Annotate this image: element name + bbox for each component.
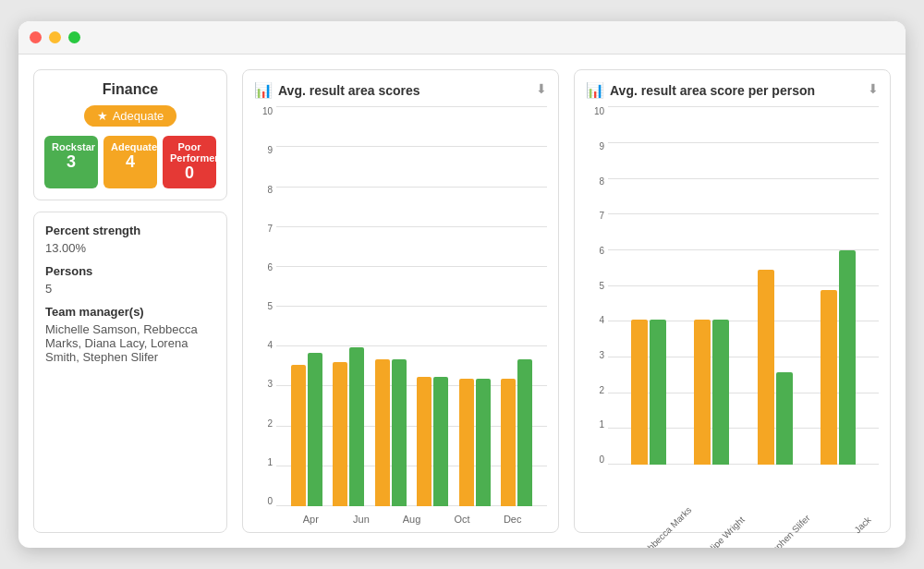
bar-group xyxy=(459,379,491,506)
chart2-area: 0 1 2 3 4 5 6 7 8 9 10 xyxy=(586,106,879,525)
bar-group xyxy=(758,270,793,465)
persons-label: Persons xyxy=(45,264,215,278)
chart2-inner: Rebbecca Marks Felipe Wright Stephen Sli… xyxy=(608,106,879,525)
content-area: Finance ★ Adequate Rockstar 3 Adequate 4 xyxy=(18,54,906,548)
close-dot[interactable] xyxy=(30,31,42,43)
adequate-label: Adequate xyxy=(111,141,150,152)
chart1-bars xyxy=(276,106,547,506)
titlebar xyxy=(18,21,906,54)
chart1-inner: Apr Jun Aug Oct Dec xyxy=(276,106,547,525)
bar-orange xyxy=(758,270,774,465)
bar-orange xyxy=(291,365,306,506)
stats-card: Percent strength 13.00% Persons 5 Team m… xyxy=(33,212,227,533)
bar-green xyxy=(712,320,729,465)
maximize-dot[interactable] xyxy=(68,31,80,43)
chart1-y-axis: 0 1 2 3 4 5 6 7 8 9 10 xyxy=(254,106,276,525)
bar-group xyxy=(501,359,532,506)
bar-group xyxy=(821,250,856,465)
chart2-panel: 📊 Avg. result area score per person ⬇ 0 … xyxy=(574,69,891,533)
chart2-title: 📊 Avg. result area score per person xyxy=(586,81,879,99)
bar-green xyxy=(776,372,793,465)
bar-green xyxy=(349,347,364,506)
rockstar-box: Rockstar 3 xyxy=(44,136,98,188)
bar-orange xyxy=(631,320,648,465)
bar-chart2-icon: 📊 xyxy=(586,81,604,99)
bar-chart-icon: 📊 xyxy=(254,81,273,99)
main-window: Finance ★ Adequate Rockstar 3 Adequate 4 xyxy=(18,21,906,548)
adequate-badge: ★ Adequate xyxy=(84,105,177,127)
chart2-x-labels: Rebbecca Marks Felipe Wright Stephen Sli… xyxy=(608,469,879,525)
finance-title: Finance xyxy=(45,81,215,98)
adequate-box: Adequate 4 xyxy=(103,136,157,188)
star-icon: ★ xyxy=(97,109,108,123)
bar-orange xyxy=(694,320,711,465)
bar-orange xyxy=(459,379,474,506)
download-icon[interactable]: ⬇ xyxy=(536,81,547,96)
bar-orange xyxy=(501,379,516,506)
percent-label: Percent strength xyxy=(45,224,215,237)
poor-count: 0 xyxy=(170,163,209,183)
left-panel: Finance ★ Adequate Rockstar 3 Adequate 4 xyxy=(33,69,227,533)
bar-green xyxy=(476,379,491,506)
rockstar-label: Rockstar xyxy=(52,141,91,152)
bar-group xyxy=(694,320,729,465)
bar-group xyxy=(333,347,364,506)
download-icon2[interactable]: ⬇ xyxy=(868,81,879,96)
bar-green xyxy=(308,353,322,506)
persons-value: 5 xyxy=(45,282,215,296)
bar-orange xyxy=(375,359,390,506)
bar-green xyxy=(839,250,856,465)
percent-value: 13.00% xyxy=(45,241,215,255)
rockstar-count: 3 xyxy=(52,152,91,172)
poor-label: Poor Performers xyxy=(170,141,209,163)
bar-green xyxy=(392,359,407,506)
performer-row: Rockstar 3 Adequate 4 Poor Performers 0 xyxy=(45,136,215,188)
chart1-panel: 📊 Avg. result area scores ⬇ 0 1 2 3 4 5 … xyxy=(242,69,559,533)
chart1-x-labels: Apr Jun Aug Oct Dec xyxy=(276,514,547,525)
bar-orange xyxy=(821,290,837,465)
badge-label: Adequate xyxy=(113,109,164,123)
bar-group xyxy=(291,353,322,506)
adequate-count: 4 xyxy=(111,152,150,172)
chart2-y-axis: 0 1 2 3 4 5 6 7 8 9 10 xyxy=(586,106,608,525)
manager-label: Team manager(s) xyxy=(45,305,215,319)
poor-box: Poor Performers 0 xyxy=(163,136,216,188)
bar-group xyxy=(375,359,407,506)
chart1-title: 📊 Avg. result area scores xyxy=(254,81,547,99)
finance-card: Finance ★ Adequate Rockstar 3 Adequate 4 xyxy=(33,69,227,200)
bar-orange xyxy=(333,362,347,506)
bar-orange xyxy=(417,377,432,506)
bar-group xyxy=(631,320,666,465)
minimize-dot[interactable] xyxy=(49,31,61,43)
chart2-bars xyxy=(608,106,879,465)
chart1-area: 0 1 2 3 4 5 6 7 8 9 10 xyxy=(254,106,547,525)
bar-green xyxy=(650,320,666,465)
manager-value: Michelle Samson, Rebbecca Marks, Diana L… xyxy=(45,322,215,364)
bar-green xyxy=(433,377,448,506)
bar-group xyxy=(417,377,448,506)
bar-green xyxy=(517,359,532,506)
